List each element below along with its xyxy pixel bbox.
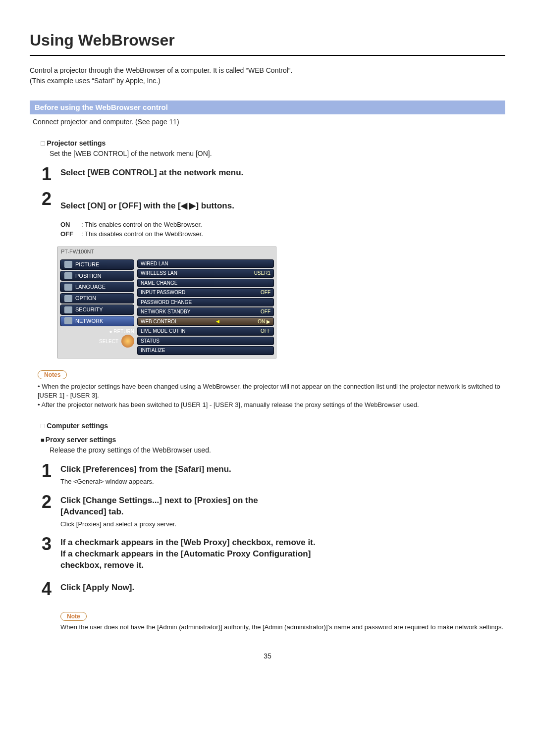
osd-row-label: WEB CONTROL — [141, 318, 177, 325]
osd-menu-security: SECURITY — [60, 304, 134, 315]
osd-left-menu: PICTURE POSITION LANGUAGE OPTION SECURIT… — [60, 258, 134, 356]
osd-right-row: PASSWORD CHANGE — [137, 298, 274, 307]
osd-right-row: NETWORK STANDBYOFF — [137, 307, 274, 316]
osd-row-label: STATUS — [141, 338, 160, 345]
on-text: : This enables control on the WebBrowser… — [81, 221, 202, 228]
note-text: When the user does not have the [Admin (… — [60, 623, 505, 632]
osd-menu-network: NETWORK — [60, 316, 134, 326]
osd-menu-position: POSITION — [60, 271, 134, 281]
note-item: When the projector settings have been ch… — [38, 382, 505, 400]
osd-row-value: ON ▶ — [258, 318, 270, 325]
note-item: After the projector network has been swi… — [38, 401, 505, 409]
computer-step-3: 3 If a checkmark appears in the [Web Pro… — [38, 535, 505, 573]
on-label: ON — [60, 220, 81, 229]
network-icon — [64, 317, 72, 324]
position-icon — [64, 272, 72, 279]
osd-right-panel: WIRED LANWIRELESS LANUSER1NAME CHANGEINP… — [137, 258, 274, 356]
off-description: OFF: This disables control on the WebBro… — [60, 230, 234, 239]
osd-row-label: PASSWORD CHANGE — [141, 299, 192, 306]
osd-menu-label: OPTION — [75, 295, 96, 302]
projector-settings-text: Set the [WEB CONTROL] of the network men… — [50, 149, 505, 158]
step-number: 1 — [38, 165, 55, 183]
notes-pill: Notes — [38, 370, 67, 379]
note-pill: Note — [60, 612, 87, 621]
step-title: Click [Preferences] from the [Safari] me… — [60, 464, 231, 475]
step-title: Click [Change Settings...] next to [Prox… — [60, 495, 288, 518]
step-number: 4 — [38, 580, 55, 598]
computer-step-1: 1 Click [Preferences] from the [Safari] … — [38, 462, 505, 486]
projector-settings-heading: Projector settings — [41, 139, 505, 148]
osd-row-value: USER1 — [254, 270, 270, 277]
osd-right-row: WIRELESS LANUSER1 — [137, 269, 274, 278]
step-title: Select [WEB CONTROL] at the network menu… — [60, 167, 243, 179]
osd-right-row: STATUS — [137, 337, 274, 346]
intro-line2: (This example uses “Safari” by Apple, In… — [30, 76, 505, 86]
proxy-settings-text: Release the proxy settings of the WebBro… — [50, 446, 505, 455]
osd-row-label: WIRELESS LAN — [141, 270, 177, 277]
option-icon — [64, 295, 72, 302]
osd-menu-label: NETWORK — [75, 317, 103, 325]
section-heading-bar: Before using the WebBrowser control — [30, 101, 505, 114]
osd-row-label: INITIALIZE — [141, 347, 165, 354]
page-title: Using WebBrowser — [30, 30, 505, 51]
step-number: 3 — [38, 535, 55, 553]
osd-right-row: INPUT PASSWORDOFF — [137, 288, 274, 297]
proxy-settings-heading: Proxy server settings — [41, 435, 505, 445]
step-title: Click [Apply Now]. — [60, 582, 134, 594]
osd-menu-label: SECURITY — [75, 306, 103, 313]
step-title: If a checkmark appears in the [Web Proxy… — [60, 537, 318, 571]
step-number: 2 — [38, 190, 55, 208]
osd-menu-option: OPTION — [60, 293, 134, 303]
osd-menu-language: LANGUAGE — [60, 282, 134, 292]
step-title-prefix: Select [ON] or [OFF] with the [ — [60, 201, 181, 210]
osd-right-row: WIRED LAN — [137, 259, 274, 268]
osd-right-row: INITIALIZE — [137, 346, 274, 355]
intro-line1: Control a projector through the WebBrows… — [30, 66, 505, 75]
osd-screenshot: PT-FW100NT PICTURE POSITION LANGUAGE OPT… — [57, 247, 276, 358]
osd-menu-label: POSITION — [75, 272, 102, 280]
picture-icon — [64, 261, 72, 268]
osd-row-value: OFF — [261, 289, 270, 296]
osd-menu-label: LANGUAGE — [75, 283, 106, 291]
step-desc: The <General> window appears. — [60, 477, 231, 486]
right-arrow-icon — [189, 201, 196, 210]
step-number: 1 — [38, 462, 55, 480]
step-desc: Click [Proxies] and select a proxy serve… — [60, 520, 288, 529]
projector-step-2: 2 Select [ON] or [OFF] with the [ ] butt… — [38, 190, 505, 240]
notes-list: When the projector settings have been ch… — [33, 382, 505, 409]
title-rule — [30, 55, 505, 56]
intro-block: Control a projector through the WebBrows… — [30, 66, 505, 86]
step-number: 2 — [38, 493, 55, 511]
osd-row-label: LIVE MODE CUT IN — [141, 328, 185, 335]
select-label: SELECT — [99, 338, 118, 345]
osd-row-label: INPUT PASSWORD — [141, 289, 185, 296]
select-dpad-icon — [121, 335, 134, 348]
security-icon — [64, 306, 72, 313]
osd-return-label: ● RETURN — [60, 328, 134, 335]
left-arrow-icon — [181, 201, 187, 210]
projector-step-1: 1 Select [WEB CONTROL] at the network me… — [38, 165, 505, 183]
osd-row-value: OFF — [261, 328, 270, 335]
off-label: OFF — [60, 230, 81, 239]
computer-step-4: 4 Click [Apply Now]. — [38, 580, 505, 598]
computer-settings-heading: Computer settings — [41, 421, 505, 431]
osd-right-row: WEB CONTROL◀ON ▶ — [137, 317, 274, 326]
osd-menu-picture: PICTURE — [60, 259, 134, 270]
language-icon — [64, 284, 72, 291]
osd-row-label: NAME CHANGE — [141, 280, 177, 287]
osd-row-label: WIRED LAN — [141, 260, 168, 267]
osd-right-row: NAME CHANGE — [137, 279, 274, 288]
osd-menu-label: PICTURE — [75, 261, 99, 268]
left-arrow-icon: ◀ — [216, 318, 219, 324]
return-text: RETURN — [113, 329, 134, 334]
computer-step-2: 2 Click [Change Settings...] next to [Pr… — [38, 493, 505, 528]
osd-row-label: NETWORK STANDBY — [141, 308, 190, 315]
page-number: 35 — [30, 652, 505, 661]
step-title-suffix: ] buttons. — [196, 201, 234, 210]
osd-select-row: SELECT — [60, 335, 134, 348]
osd-row-value: OFF — [261, 308, 270, 315]
osd-right-row: LIVE MODE CUT INOFF — [137, 327, 274, 336]
connect-text: Connect projector and computer. (See pag… — [33, 117, 505, 127]
step-title: Select [ON] or [OFF] with the [ ] button… — [60, 201, 234, 212]
on-description: ON: This enables control on the WebBrows… — [60, 220, 234, 229]
